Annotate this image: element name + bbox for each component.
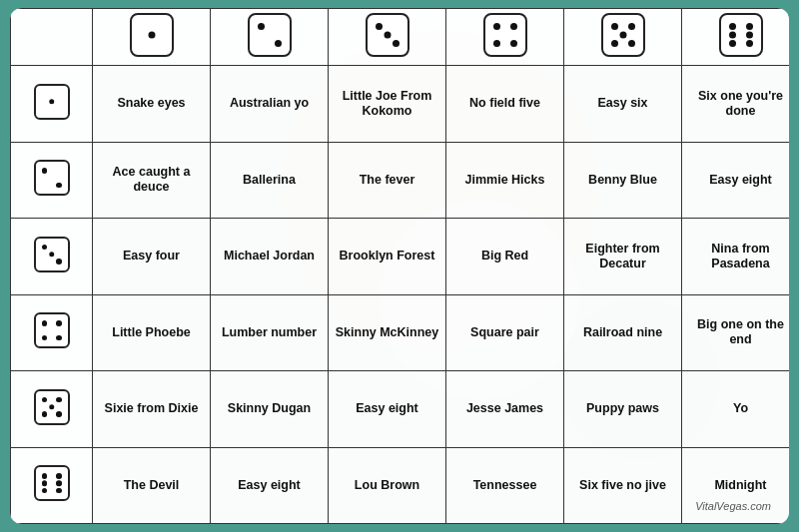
cell-r1-c3: Little Joe From Kokomo <box>329 66 446 143</box>
cell-r6-c6: Midnight <box>682 447 790 524</box>
cell-r3-c2: Michael Jordan <box>211 219 329 295</box>
row-die-icon-1 <box>34 84 70 120</box>
table-row: Sixie from DixieSkinny DuganEasy eightJe… <box>11 371 790 448</box>
col-header-5 <box>564 9 682 66</box>
cell-r2-c3: The fever <box>329 142 446 219</box>
row-header-2 <box>11 142 93 219</box>
cell-r2-c2: Ballerina <box>211 142 329 219</box>
die-icon-1 <box>130 13 174 57</box>
cell-r5-c2: Skinny Dugan <box>211 371 329 448</box>
cell-r5-c1: Sixie from Dixie <box>93 371 211 448</box>
row-die-icon-4 <box>34 312 70 348</box>
row-header-5 <box>11 371 93 448</box>
col-header-2 <box>211 9 329 66</box>
row-die-icon-2 <box>34 160 70 196</box>
cell-r4-c3: Skinny McKinney <box>329 294 446 371</box>
table-row: Little PhoebeLumber numberSkinny McKinne… <box>11 294 790 371</box>
cell-r6-c5: Six five no jive <box>564 447 682 524</box>
cell-r4-c2: Lumber number <box>211 294 329 371</box>
cell-r1-c4: No field five <box>446 66 564 143</box>
row-die-icon-3 <box>34 237 70 272</box>
row-die-icon-5 <box>34 389 70 425</box>
table-row: The DevilEasy eightLou BrownTennesseeSix… <box>11 447 790 524</box>
cell-r5-c4: Jesse James <box>446 371 564 448</box>
die-icon-5 <box>601 13 645 57</box>
cell-r4-c1: Little Phoebe <box>93 294 211 371</box>
cell-r1-c1: Snake eyes <box>93 66 211 143</box>
cell-r4-c4: Square pair <box>446 294 564 371</box>
cell-r3-c4: Big Red <box>446 219 564 295</box>
table-row: Easy fourMichael JordanBrooklyn ForestBi… <box>11 219 790 295</box>
cell-r6-c2: Easy eight <box>211 447 329 524</box>
col-header-6 <box>682 9 790 66</box>
corner-cell <box>11 9 93 66</box>
cell-r2-c1: Ace caught a deuce <box>93 142 211 219</box>
cell-r5-c5: Puppy paws <box>564 371 682 448</box>
row-header-4 <box>11 294 93 371</box>
table-row: Ace caught a deuceBallerinaThe feverJimm… <box>11 142 790 219</box>
cell-r3-c3: Brooklyn Forest <box>329 219 446 295</box>
cell-r6-c3: Lou Brown <box>329 447 446 524</box>
col-header-4 <box>446 9 564 66</box>
cell-r4-c6: Big one on the end <box>682 294 790 371</box>
table-row: Snake eyesAustralian yoLittle Joe From K… <box>11 66 790 143</box>
cell-r4-c5: Railroad nine <box>564 294 682 371</box>
cell-r2-c4: Jimmie Hicks <box>446 142 564 219</box>
craps-names-table: Snake eyesAustralian yoLittle Joe From K… <box>10 8 789 524</box>
cell-r3-c6: Nina from Pasadena <box>682 219 790 295</box>
cell-r6-c4: Tennessee <box>446 447 564 524</box>
cell-r2-c6: Easy eight <box>682 142 790 219</box>
watermark-text: VitalVegas.com <box>695 500 771 512</box>
row-header-1 <box>11 66 93 143</box>
cell-r1-c5: Easy six <box>564 66 682 143</box>
die-icon-6 <box>719 13 763 57</box>
cell-r1-c6: Six one you're done <box>682 66 790 143</box>
main-table-container: Snake eyesAustralian yoLittle Joe From K… <box>10 8 789 524</box>
cell-r6-c1: The Devil <box>93 447 211 524</box>
die-icon-2 <box>248 13 292 57</box>
die-icon-3 <box>366 13 409 57</box>
row-header-6 <box>11 447 93 524</box>
cell-r5-c6: Yo <box>682 371 790 448</box>
cell-r5-c3: Easy eight <box>329 371 446 448</box>
col-header-1 <box>93 9 211 66</box>
row-header-3 <box>11 219 93 295</box>
row-die-icon-6 <box>34 465 70 501</box>
cell-r2-c5: Benny Blue <box>564 142 682 219</box>
cell-r1-c2: Australian yo <box>211 66 329 143</box>
cell-r3-c5: Eighter from Decatur <box>564 219 682 295</box>
cell-r3-c1: Easy four <box>93 219 211 295</box>
die-icon-4 <box>483 13 527 57</box>
col-header-3 <box>329 9 446 66</box>
